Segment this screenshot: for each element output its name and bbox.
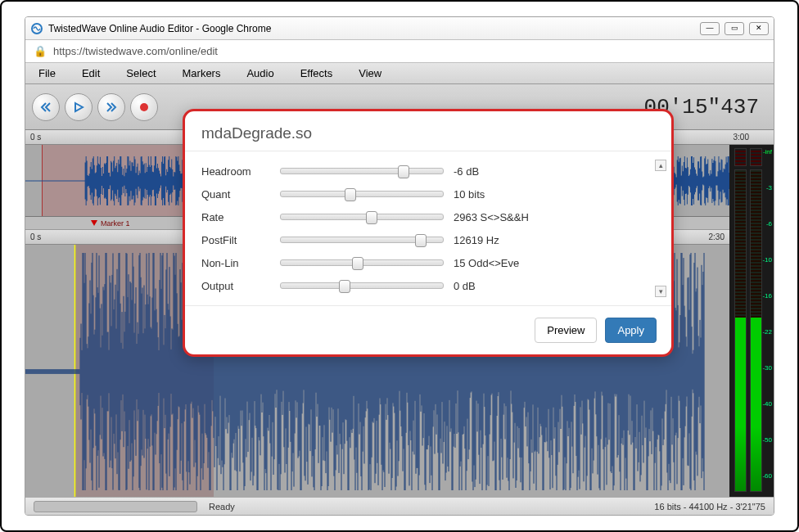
param-label: Output xyxy=(201,280,280,292)
meter-scale: -inf -3 -6 -10 -16 -22 -30 -40 -50 -60 xyxy=(762,148,772,508)
marker-label: Marker 1 xyxy=(101,219,130,228)
param-label: Rate xyxy=(201,211,280,223)
app-icon xyxy=(30,22,43,35)
minimize-button[interactable]: — xyxy=(700,22,720,35)
status-bar: Ready 16 bits - 44100 Hz - 3'21"75 xyxy=(25,497,774,515)
slider-thumb[interactable] xyxy=(415,234,427,247)
ruler-tick: 0 s xyxy=(30,232,41,241)
svg-point-1 xyxy=(140,103,148,111)
param-label: PostFilt xyxy=(201,234,280,246)
menu-markers[interactable]: Markers xyxy=(169,67,234,79)
marker-icon[interactable] xyxy=(91,220,97,226)
slider-thumb[interactable] xyxy=(366,211,377,224)
menu-edit[interactable]: Edit xyxy=(69,67,113,79)
param-value: 12619 Hz xyxy=(454,234,499,246)
menu-file[interactable]: File xyxy=(25,67,69,79)
record-button[interactable] xyxy=(130,93,158,121)
slider-thumb[interactable] xyxy=(345,188,356,201)
param-row-rate: Rate2963 S<>S&&H xyxy=(201,205,655,228)
forward-button[interactable] xyxy=(97,93,125,121)
param-slider-postfilt[interactable] xyxy=(280,237,444,243)
url-text: https://twistedwave.com/online/edit xyxy=(53,45,218,57)
param-value: 15 Odd<>Eve xyxy=(454,257,519,269)
play-button[interactable] xyxy=(65,93,93,121)
param-row-quant: Quant10 bits xyxy=(201,183,655,205)
ruler-tick: 3:00 xyxy=(734,133,774,142)
param-row-postfilt: PostFilt12619 Hz xyxy=(201,228,655,251)
param-label: Non-Lin xyxy=(201,257,280,269)
status-left: Ready xyxy=(209,502,235,512)
param-slider-quant[interactable] xyxy=(280,191,444,197)
slider-thumb[interactable] xyxy=(398,165,409,178)
rewind-button[interactable] xyxy=(32,93,60,121)
status-right: 16 bits - 44100 Hz - 3'21"75 xyxy=(654,502,765,512)
param-slider-rate[interactable] xyxy=(280,214,444,220)
param-value: 0 dB xyxy=(454,280,476,292)
slider-thumb[interactable] xyxy=(339,280,350,293)
effect-dialog: mdaDegrade.so ▴ Headroom-6 dBQuant10 bit… xyxy=(183,109,674,357)
ruler-tick: 0 s xyxy=(30,133,41,142)
dialog-title: mdaDegrade.so xyxy=(185,111,671,151)
param-row-output: Output0 dB xyxy=(201,274,655,297)
scroll-down-button[interactable]: ▾ xyxy=(655,286,666,297)
menu-view[interactable]: View xyxy=(345,67,395,79)
param-value: -6 dB xyxy=(454,165,479,178)
lock-icon: 🔒 xyxy=(34,45,47,57)
param-row-headroom: Headroom-6 dB xyxy=(201,160,655,183)
horizontal-scrollbar[interactable] xyxy=(34,501,197,512)
window-title: TwistedWave Online Audio Editor - Google… xyxy=(48,23,271,34)
scroll-up-button[interactable]: ▴ xyxy=(655,160,666,171)
menu-bar: File Edit Select Markers Audio Effects V… xyxy=(25,63,774,84)
titlebar: TwistedWave Online Audio Editor - Google… xyxy=(25,17,774,40)
param-value: 2963 S<>S&&H xyxy=(454,211,529,223)
param-label: Quant xyxy=(201,188,280,201)
menu-effects[interactable]: Effects xyxy=(287,67,346,79)
maximize-button[interactable]: ▭ xyxy=(725,22,744,35)
preview-button[interactable]: Preview xyxy=(535,318,597,343)
apply-button[interactable]: Apply xyxy=(605,318,657,343)
param-label: Headroom xyxy=(201,165,280,178)
address-bar[interactable]: 🔒 https://twistedwave.com/online/edit xyxy=(25,40,774,63)
level-meter: -inf -3 -6 -10 -16 -22 -30 -40 -50 -60 xyxy=(729,145,774,497)
slider-thumb[interactable] xyxy=(352,257,363,270)
param-row-non-lin: Non-Lin15 Odd<>Eve xyxy=(201,251,655,274)
menu-audio[interactable]: Audio xyxy=(233,67,287,79)
param-slider-non-lin[interactable] xyxy=(280,259,444,266)
chrome-window: TwistedWave Online Audio Editor - Google… xyxy=(25,16,774,516)
param-slider-output[interactable] xyxy=(280,282,444,289)
param-slider-headroom[interactable] xyxy=(280,168,444,174)
close-button[interactable]: ✕ xyxy=(749,22,769,35)
param-value: 10 bits xyxy=(454,188,485,201)
menu-select[interactable]: Select xyxy=(113,67,169,79)
